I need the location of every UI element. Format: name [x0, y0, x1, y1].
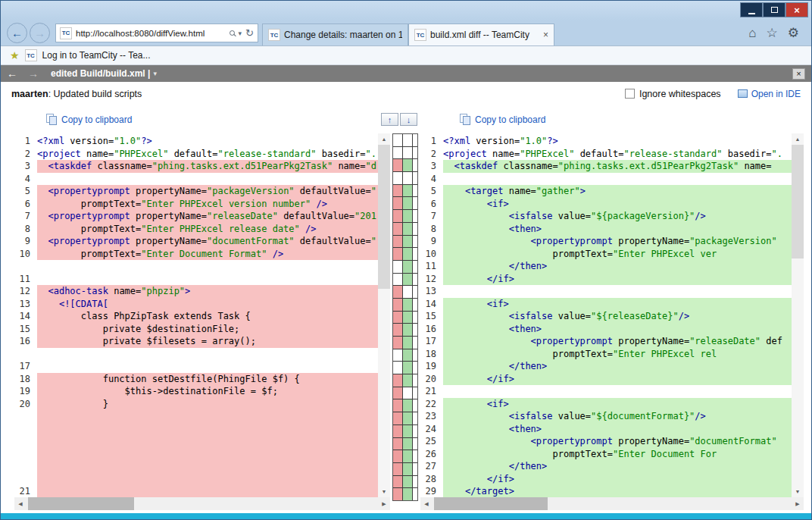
diff-map-row [393, 235, 417, 248]
diff-map-row [393, 196, 417, 209]
refresh-icon[interactable]: ↻ [245, 27, 254, 39]
diff-map-row [393, 146, 417, 159]
diff-map-row [393, 134, 417, 146]
diff-back-icon[interactable]: ← [7, 67, 17, 80]
diff-map-row [393, 437, 417, 450]
diff-close-button[interactable]: × [792, 68, 805, 80]
right-vscroll-thumb[interactable] [792, 145, 804, 258]
scroll-left-icon[interactable]: ◀ [14, 498, 27, 509]
open-in-ide-link[interactable]: Open in IDE [751, 89, 801, 99]
code-line [14, 448, 378, 461]
tab-build-xml-diff[interactable]: TC build.xml diff -- TeamCity × [408, 23, 554, 45]
diff-map-row [393, 273, 417, 286]
settings-gear-icon[interactable]: ⚙ [788, 25, 799, 41]
diff-map-row [393, 285, 417, 298]
teamcity-favicon: TC [25, 49, 37, 61]
scroll-right-icon[interactable]: ▶ [792, 498, 804, 509]
left-copy-container: Copy to clipboard [46, 114, 378, 125]
code-line: 13 [420, 285, 792, 298]
code-line: 19 </then> [420, 360, 792, 373]
window-close-button[interactable]: × [785, 2, 808, 17]
copy-icon [460, 114, 470, 125]
code-line: 2<project name="PHPExcel" default="relea… [420, 148, 792, 161]
code-line: 7 <propertyprompt propertyName="releaseD… [14, 210, 378, 223]
tab-strip: TC Change details: maarten on 19 ... TC … [262, 20, 748, 45]
code-line: 2<project name="PHPExcel" default="relea… [14, 148, 378, 161]
diff-forward-icon[interactable]: → [28, 67, 39, 80]
scroll-up-icon[interactable]: ▲ [378, 133, 390, 145]
code-line: 18 promptText="Enter PHPExcel rel [420, 348, 792, 361]
code-line: 16 <then> [420, 323, 792, 336]
left-hscroll-thumb[interactable] [28, 497, 134, 510]
code-line: 10 promptText="Enter PHPExcel ver [420, 248, 792, 261]
change-summary: : Updated build scripts [48, 89, 142, 99]
browser-window: × ← → TC http://localhost:8080/diffView.… [0, 0, 812, 520]
favorites-bar-star-icon[interactable]: ★ [10, 49, 20, 61]
code-line [14, 410, 378, 423]
favorites-bar: ★ TC Log in to TeamCity -- Tea... [1, 45, 811, 65]
search-icon[interactable] [230, 30, 235, 36]
code-line: 12 </if> [420, 273, 792, 286]
tab-close-icon[interactable]: × [543, 30, 548, 40]
code-line: 7 <isfalse value="${packageVersion}"/> [420, 210, 792, 223]
code-line: 13 <![CDATA[ [14, 298, 378, 311]
code-line: 3 <taskdef classname="phing.tasks.ext.d5… [420, 160, 792, 173]
code-line [14, 260, 378, 273]
right-horizontal-scrollbar[interactable]: ◀ ▶ [420, 497, 804, 510]
scroll-down-icon[interactable]: ▼ [792, 486, 804, 497]
code-line: 22 <if> [420, 398, 792, 411]
diff-content: 1<?xml version="1.0"?>2<project name="PH… [1, 133, 811, 510]
file-dropdown-icon[interactable]: ▾ [153, 70, 157, 77]
tab-change-details[interactable]: TC Change details: maarten on 19 ... [262, 23, 408, 45]
ide-icon [738, 89, 748, 98]
maximize-button[interactable] [763, 2, 785, 17]
favorites-star-icon[interactable]: ☆ [767, 25, 778, 41]
diff-viewer-header: ← → edited Build/build.xml | ▾ × [1, 65, 811, 82]
browser-action-icons: ⌂ ☆ ⚙ [748, 25, 799, 41]
right-hscroll-thumb[interactable] [434, 497, 548, 510]
browser-back-button[interactable]: ← [7, 23, 27, 43]
right-vertical-scrollbar[interactable]: ▲ ▼ [792, 133, 804, 497]
close-icon: × [794, 5, 800, 16]
teamcity-favicon: TC [60, 27, 72, 39]
favorites-bookmark-login-teamcity[interactable]: Log in to TeamCity -- Tea... [42, 50, 151, 61]
home-icon[interactable]: ⌂ [748, 26, 756, 41]
code-line: 17 [14, 360, 378, 373]
scroll-right-icon[interactable]: ▶ [378, 498, 390, 509]
address-bar[interactable]: TC http://localhost:8080/diffView.html ▾… [55, 23, 258, 42]
address-url[interactable]: http://localhost:8080/diffView.html [76, 29, 226, 38]
scroll-up-icon[interactable]: ▲ [792, 133, 804, 145]
next-change-button[interactable]: ↓ [400, 113, 417, 126]
change-navigation-buttons: ↑ ↓ [378, 113, 420, 126]
previous-change-button[interactable]: ↑ [381, 113, 398, 126]
scroll-left-icon[interactable]: ◀ [420, 498, 433, 509]
code-line: 3 <taskdef classname="phing.tasks.ext.d5… [14, 160, 378, 173]
code-line [14, 435, 378, 448]
diff-map-row [393, 222, 417, 235]
change-author: maarten [11, 89, 48, 99]
diff-map-row [393, 424, 417, 437]
right-copy-container: Copy to clipboard [460, 114, 792, 125]
diff-viewer-page: ← → edited Build/build.xml | ▾ × maarten… [1, 65, 811, 519]
minimize-button[interactable] [740, 2, 763, 17]
ignore-whitespaces-checkbox[interactable] [625, 89, 635, 99]
left-vscroll-thumb[interactable] [378, 145, 390, 289]
code-line: 24 <then> [420, 423, 792, 436]
left-horizontal-scrollbar[interactable]: ◀ ▶ [14, 497, 390, 510]
code-line [14, 348, 378, 361]
status-bar [1, 513, 811, 519]
diff-map-row [393, 412, 417, 424]
diff-map-row [393, 475, 417, 488]
left-diff-pane: 1<?xml version="1.0"?>2<project name="PH… [14, 133, 378, 497]
address-dropdown-icon[interactable]: ▾ [239, 30, 242, 37]
left-vertical-scrollbar[interactable]: ▲ ▼ [378, 133, 390, 497]
diff-map-row [393, 361, 417, 374]
scroll-down-icon[interactable]: ▼ [378, 486, 390, 497]
copy-right-link[interactable]: Copy to clipboard [475, 114, 545, 125]
code-line: 29 </target> [420, 485, 792, 497]
ignore-whitespaces-label[interactable]: Ignore whitespaces [639, 89, 721, 99]
browser-forward-button[interactable]: → [30, 23, 50, 43]
copy-left-link[interactable]: Copy to clipboard [61, 114, 132, 125]
code-line: 5 <target name="gather"> [420, 185, 792, 198]
diff-map [390, 133, 420, 510]
